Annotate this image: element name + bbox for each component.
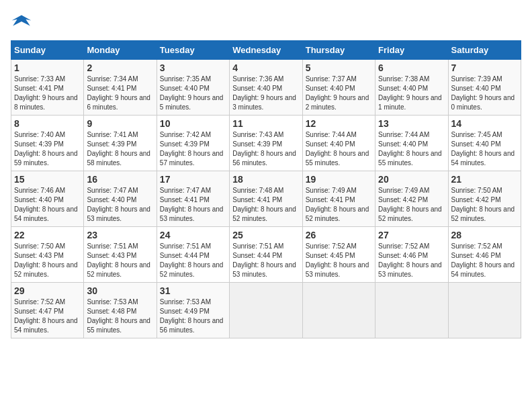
column-header-friday: Friday [375, 41, 448, 60]
day-info: Sunrise: 7:48 AM Sunset: 4:41 PM Dayligh… [232, 186, 299, 224]
calendar-cell: 2Sunrise: 7:34 AM Sunset: 4:41 PM Daylig… [84, 60, 157, 116]
day-number: 18 [232, 174, 299, 185]
calendar-cell: 30Sunrise: 7:53 AM Sunset: 4:48 PM Dayli… [84, 283, 157, 338]
column-header-thursday: Thursday [302, 41, 375, 60]
day-number: 10 [160, 118, 226, 129]
day-info: Sunrise: 7:44 AM Sunset: 4:40 PM Dayligh… [306, 130, 372, 168]
calendar-cell: 4Sunrise: 7:36 AM Sunset: 4:40 PM Daylig… [230, 60, 302, 116]
calendar-week-row: 22Sunrise: 7:50 AM Sunset: 4:43 PM Dayli… [11, 227, 521, 283]
calendar-cell: 6Sunrise: 7:38 AM Sunset: 4:40 PM Daylig… [375, 60, 448, 116]
day-info: Sunrise: 7:52 AM Sunset: 4:46 PM Dayligh… [451, 242, 518, 279]
calendar-week-row: 29Sunrise: 7:52 AM Sunset: 4:47 PM Dayli… [11, 283, 521, 338]
day-number: 23 [87, 230, 153, 240]
calendar-cell: 3Sunrise: 7:35 AM Sunset: 4:40 PM Daylig… [157, 60, 229, 116]
day-number: 30 [87, 285, 153, 296]
day-info: Sunrise: 7:49 AM Sunset: 4:41 PM Dayligh… [306, 186, 372, 224]
day-info: Sunrise: 7:47 AM Sunset: 4:41 PM Dayligh… [160, 186, 226, 224]
day-info: Sunrise: 7:51 AM Sunset: 4:44 PM Dayligh… [232, 242, 299, 279]
day-info: Sunrise: 7:50 AM Sunset: 4:42 PM Dayligh… [451, 186, 518, 224]
day-number: 7 [451, 62, 518, 73]
calendar-cell [302, 283, 375, 338]
day-number: 3 [160, 62, 226, 73]
day-number: 8 [14, 118, 81, 129]
day-number: 13 [378, 118, 445, 129]
day-info: Sunrise: 7:42 AM Sunset: 4:39 PM Dayligh… [160, 130, 226, 168]
calendar-cell: 31Sunrise: 7:53 AM Sunset: 4:49 PM Dayli… [157, 283, 229, 338]
calendar-cell: 17Sunrise: 7:47 AM Sunset: 4:41 PM Dayli… [157, 171, 229, 227]
column-header-monday: Monday [84, 41, 157, 60]
day-number: 22 [14, 230, 81, 240]
calendar-cell: 21Sunrise: 7:50 AM Sunset: 4:42 PM Dayli… [448, 171, 521, 227]
day-number: 5 [306, 62, 372, 73]
calendar-cell: 29Sunrise: 7:52 AM Sunset: 4:47 PM Dayli… [11, 283, 84, 338]
day-number: 12 [306, 118, 372, 129]
calendar-week-row: 1Sunrise: 7:33 AM Sunset: 4:41 PM Daylig… [11, 60, 521, 116]
calendar-cell: 27Sunrise: 7:52 AM Sunset: 4:46 PM Dayli… [375, 227, 448, 283]
day-number: 25 [232, 230, 299, 240]
calendar-cell: 22Sunrise: 7:50 AM Sunset: 4:43 PM Dayli… [11, 227, 84, 283]
calendar-week-row: 15Sunrise: 7:46 AM Sunset: 4:40 PM Dayli… [11, 171, 521, 227]
day-number: 21 [451, 174, 518, 185]
day-info: Sunrise: 7:44 AM Sunset: 4:40 PM Dayligh… [378, 130, 445, 168]
day-number: 15 [14, 174, 81, 185]
day-info: Sunrise: 7:46 AM Sunset: 4:40 PM Dayligh… [14, 186, 81, 224]
calendar-cell: 5Sunrise: 7:37 AM Sunset: 4:40 PM Daylig… [302, 60, 375, 116]
day-info: Sunrise: 7:43 AM Sunset: 4:39 PM Dayligh… [232, 130, 299, 168]
calendar-cell: 8Sunrise: 7:40 AM Sunset: 4:39 PM Daylig… [11, 116, 84, 171]
day-info: Sunrise: 7:51 AM Sunset: 4:44 PM Dayligh… [160, 242, 226, 279]
calendar-cell: 9Sunrise: 7:41 AM Sunset: 4:39 PM Daylig… [84, 116, 157, 171]
day-info: Sunrise: 7:33 AM Sunset: 4:41 PM Dayligh… [14, 75, 81, 112]
day-info: Sunrise: 7:40 AM Sunset: 4:39 PM Dayligh… [14, 130, 81, 168]
day-number: 28 [451, 230, 518, 240]
calendar-cell [448, 283, 521, 338]
day-number: 11 [232, 118, 299, 129]
calendar-header-row: SundayMondayTuesdayWednesdayThursdayFrid… [11, 41, 521, 60]
calendar-week-row: 8Sunrise: 7:40 AM Sunset: 4:39 PM Daylig… [11, 116, 521, 171]
calendar-cell: 19Sunrise: 7:49 AM Sunset: 4:41 PM Dayli… [302, 171, 375, 227]
logo [11, 11, 35, 32]
day-number: 27 [378, 230, 445, 240]
calendar-cell: 10Sunrise: 7:42 AM Sunset: 4:39 PM Dayli… [157, 116, 229, 171]
calendar-cell: 28Sunrise: 7:52 AM Sunset: 4:46 PM Dayli… [448, 227, 521, 283]
day-info: Sunrise: 7:36 AM Sunset: 4:40 PM Dayligh… [232, 75, 299, 112]
day-info: Sunrise: 7:34 AM Sunset: 4:41 PM Dayligh… [87, 75, 153, 112]
calendar-cell: 26Sunrise: 7:52 AM Sunset: 4:45 PM Dayli… [302, 227, 375, 283]
day-number: 14 [451, 118, 518, 129]
calendar-cell: 13Sunrise: 7:44 AM Sunset: 4:40 PM Dayli… [375, 116, 448, 171]
calendar-cell [230, 283, 302, 338]
calendar-cell: 1Sunrise: 7:33 AM Sunset: 4:41 PM Daylig… [11, 60, 84, 116]
svg-marker-0 [12, 15, 32, 26]
day-info: Sunrise: 7:52 AM Sunset: 4:45 PM Dayligh… [306, 242, 372, 279]
calendar-cell: 18Sunrise: 7:48 AM Sunset: 4:41 PM Dayli… [230, 171, 302, 227]
calendar-cell: 16Sunrise: 7:47 AM Sunset: 4:40 PM Dayli… [84, 171, 157, 227]
calendar-cell: 12Sunrise: 7:44 AM Sunset: 4:40 PM Dayli… [302, 116, 375, 171]
day-info: Sunrise: 7:53 AM Sunset: 4:48 PM Dayligh… [87, 298, 153, 335]
column-header-saturday: Saturday [448, 41, 521, 60]
calendar-table: SundayMondayTuesdayWednesdayThursdayFrid… [11, 40, 521, 338]
day-info: Sunrise: 7:41 AM Sunset: 4:39 PM Dayligh… [87, 130, 153, 168]
day-number: 24 [160, 230, 226, 240]
day-info: Sunrise: 7:49 AM Sunset: 4:42 PM Dayligh… [378, 186, 445, 224]
page-header [11, 11, 521, 32]
day-info: Sunrise: 7:45 AM Sunset: 4:40 PM Dayligh… [451, 130, 518, 168]
logo-icon [11, 11, 32, 32]
calendar-cell: 23Sunrise: 7:51 AM Sunset: 4:43 PM Dayli… [84, 227, 157, 283]
column-header-wednesday: Wednesday [230, 41, 302, 60]
day-number: 17 [160, 174, 226, 185]
calendar-cell [375, 283, 448, 338]
day-info: Sunrise: 7:51 AM Sunset: 4:43 PM Dayligh… [87, 242, 153, 279]
day-number: 9 [87, 118, 153, 129]
day-info: Sunrise: 7:38 AM Sunset: 4:40 PM Dayligh… [378, 75, 445, 112]
calendar-cell: 20Sunrise: 7:49 AM Sunset: 4:42 PM Dayli… [375, 171, 448, 227]
calendar-cell: 14Sunrise: 7:45 AM Sunset: 4:40 PM Dayli… [448, 116, 521, 171]
column-header-sunday: Sunday [11, 41, 84, 60]
calendar-cell: 11Sunrise: 7:43 AM Sunset: 4:39 PM Dayli… [230, 116, 302, 171]
day-info: Sunrise: 7:50 AM Sunset: 4:43 PM Dayligh… [14, 242, 81, 279]
day-info: Sunrise: 7:47 AM Sunset: 4:40 PM Dayligh… [87, 186, 153, 224]
calendar-cell: 25Sunrise: 7:51 AM Sunset: 4:44 PM Dayli… [230, 227, 302, 283]
day-info: Sunrise: 7:53 AM Sunset: 4:49 PM Dayligh… [160, 298, 226, 335]
day-number: 26 [306, 230, 372, 240]
day-number: 4 [232, 62, 299, 73]
day-number: 31 [160, 285, 226, 296]
day-number: 1 [14, 62, 81, 73]
